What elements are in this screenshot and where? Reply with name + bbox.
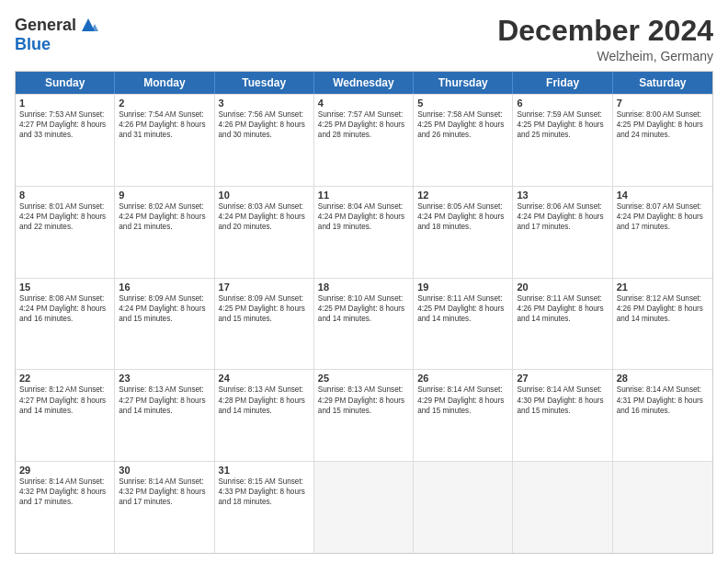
day-number: 26 bbox=[417, 373, 508, 384]
calendar-cell: 19Sunrise: 8:11 AM Sunset: 4:25 PM Dayli… bbox=[414, 279, 513, 370]
day-number: 23 bbox=[119, 373, 210, 384]
day-number: 2 bbox=[119, 98, 210, 109]
day-number: 14 bbox=[617, 190, 709, 201]
cell-info: Sunrise: 8:11 AM Sunset: 4:26 PM Dayligh… bbox=[517, 293, 608, 324]
day-number: 10 bbox=[219, 190, 310, 201]
logo-blue: Blue bbox=[15, 35, 51, 54]
cell-info: Sunrise: 8:14 AM Sunset: 4:32 PM Dayligh… bbox=[19, 477, 110, 507]
header: General Blue December 2024 Welzheim, Ger… bbox=[15, 15, 713, 63]
day-number: 22 bbox=[19, 373, 110, 384]
day-number: 15 bbox=[19, 282, 110, 293]
day-number: 3 bbox=[219, 98, 310, 109]
cell-info: Sunrise: 7:54 AM Sunset: 4:26 PM Dayligh… bbox=[119, 109, 210, 140]
calendar-cell bbox=[414, 462, 513, 553]
day-number: 8 bbox=[19, 190, 110, 201]
cell-info: Sunrise: 8:13 AM Sunset: 4:27 PM Dayligh… bbox=[119, 385, 210, 415]
calendar-cell: 30Sunrise: 8:14 AM Sunset: 4:32 PM Dayli… bbox=[115, 462, 214, 553]
logo-general: General bbox=[15, 16, 76, 35]
page: General Blue December 2024 Welzheim, Ger… bbox=[0, 0, 728, 563]
day-number: 28 bbox=[617, 373, 709, 384]
cell-info: Sunrise: 8:13 AM Sunset: 4:29 PM Dayligh… bbox=[318, 385, 409, 415]
cell-info: Sunrise: 7:59 AM Sunset: 4:25 PM Dayligh… bbox=[517, 109, 608, 140]
calendar-cell: 28Sunrise: 8:14 AM Sunset: 4:31 PM Dayli… bbox=[613, 370, 712, 461]
month-title: December 2024 bbox=[497, 15, 713, 47]
calendar: Sunday Monday Tuesday Wednesday Thursday… bbox=[15, 71, 713, 554]
day-number: 7 bbox=[617, 98, 709, 109]
calendar-cell: 15Sunrise: 8:08 AM Sunset: 4:24 PM Dayli… bbox=[16, 279, 115, 370]
cell-info: Sunrise: 8:03 AM Sunset: 4:24 PM Dayligh… bbox=[219, 201, 310, 232]
logo-icon bbox=[78, 15, 98, 35]
cell-info: Sunrise: 8:11 AM Sunset: 4:25 PM Dayligh… bbox=[417, 293, 508, 324]
day-number: 24 bbox=[219, 373, 310, 384]
calendar-row: 22Sunrise: 8:12 AM Sunset: 4:27 PM Dayli… bbox=[16, 369, 712, 461]
title-section: December 2024 Welzheim, Germany bbox=[497, 15, 713, 63]
calendar-cell: 2Sunrise: 7:54 AM Sunset: 4:26 PM Daylig… bbox=[115, 95, 214, 186]
calendar-cell: 5Sunrise: 7:58 AM Sunset: 4:25 PM Daylig… bbox=[414, 95, 513, 186]
calendar-cell: 14Sunrise: 8:07 AM Sunset: 4:24 PM Dayli… bbox=[613, 187, 712, 278]
cell-info: Sunrise: 8:08 AM Sunset: 4:24 PM Dayligh… bbox=[19, 293, 110, 324]
cell-info: Sunrise: 8:09 AM Sunset: 4:24 PM Dayligh… bbox=[119, 293, 210, 324]
calendar-cell: 1Sunrise: 7:53 AM Sunset: 4:27 PM Daylig… bbox=[16, 95, 115, 186]
calendar-row: 15Sunrise: 8:08 AM Sunset: 4:24 PM Dayli… bbox=[16, 278, 712, 370]
calendar-cell: 24Sunrise: 8:13 AM Sunset: 4:28 PM Dayli… bbox=[215, 370, 314, 461]
calendar-row: 29Sunrise: 8:14 AM Sunset: 4:32 PM Dayli… bbox=[16, 461, 712, 553]
calendar-cell: 16Sunrise: 8:09 AM Sunset: 4:24 PM Dayli… bbox=[115, 279, 214, 370]
day-number: 29 bbox=[19, 465, 110, 476]
calendar-cell: 17Sunrise: 8:09 AM Sunset: 4:25 PM Dayli… bbox=[215, 279, 314, 370]
cell-info: Sunrise: 8:10 AM Sunset: 4:25 PM Dayligh… bbox=[318, 293, 409, 324]
day-number: 25 bbox=[318, 373, 409, 384]
day-number: 17 bbox=[219, 282, 310, 293]
header-wednesday: Wednesday bbox=[314, 72, 414, 94]
cell-info: Sunrise: 7:56 AM Sunset: 4:26 PM Dayligh… bbox=[219, 109, 310, 140]
day-number: 9 bbox=[119, 190, 210, 201]
calendar-cell: 4Sunrise: 7:57 AM Sunset: 4:25 PM Daylig… bbox=[314, 95, 414, 186]
day-number: 13 bbox=[517, 190, 608, 201]
calendar-cell: 12Sunrise: 8:05 AM Sunset: 4:24 PM Dayli… bbox=[414, 187, 513, 278]
calendar-cell bbox=[613, 462, 712, 553]
logo: General Blue bbox=[15, 15, 98, 54]
cell-info: Sunrise: 8:12 AM Sunset: 4:26 PM Dayligh… bbox=[617, 293, 709, 324]
calendar-cell: 6Sunrise: 7:59 AM Sunset: 4:25 PM Daylig… bbox=[513, 95, 612, 186]
day-number: 27 bbox=[517, 373, 608, 384]
calendar-body: 1Sunrise: 7:53 AM Sunset: 4:27 PM Daylig… bbox=[16, 94, 712, 553]
cell-info: Sunrise: 8:06 AM Sunset: 4:24 PM Dayligh… bbox=[517, 201, 608, 232]
calendar-cell: 9Sunrise: 8:02 AM Sunset: 4:24 PM Daylig… bbox=[115, 187, 214, 278]
calendar-cell: 3Sunrise: 7:56 AM Sunset: 4:26 PM Daylig… bbox=[215, 95, 314, 186]
calendar-row: 8Sunrise: 8:01 AM Sunset: 4:24 PM Daylig… bbox=[16, 186, 712, 278]
calendar-cell: 7Sunrise: 8:00 AM Sunset: 4:25 PM Daylig… bbox=[613, 95, 712, 186]
calendar-header: Sunday Monday Tuesday Wednesday Thursday… bbox=[16, 72, 712, 94]
calendar-cell: 27Sunrise: 8:14 AM Sunset: 4:30 PM Dayli… bbox=[513, 370, 612, 461]
day-number: 4 bbox=[318, 98, 409, 109]
day-number: 6 bbox=[517, 98, 608, 109]
cell-info: Sunrise: 8:00 AM Sunset: 4:25 PM Dayligh… bbox=[617, 109, 709, 140]
calendar-cell: 13Sunrise: 8:06 AM Sunset: 4:24 PM Dayli… bbox=[513, 187, 612, 278]
day-number: 1 bbox=[19, 98, 110, 109]
day-number: 18 bbox=[318, 282, 409, 293]
day-number: 20 bbox=[517, 282, 608, 293]
calendar-cell: 26Sunrise: 8:14 AM Sunset: 4:29 PM Dayli… bbox=[414, 370, 513, 461]
header-thursday: Thursday bbox=[414, 72, 513, 94]
header-sunday: Sunday bbox=[16, 72, 115, 94]
day-number: 5 bbox=[417, 98, 508, 109]
cell-info: Sunrise: 8:09 AM Sunset: 4:25 PM Dayligh… bbox=[219, 293, 310, 324]
calendar-cell: 21Sunrise: 8:12 AM Sunset: 4:26 PM Dayli… bbox=[613, 279, 712, 370]
day-number: 31 bbox=[219, 465, 310, 476]
calendar-cell: 18Sunrise: 8:10 AM Sunset: 4:25 PM Dayli… bbox=[314, 279, 414, 370]
calendar-cell: 11Sunrise: 8:04 AM Sunset: 4:24 PM Dayli… bbox=[314, 187, 414, 278]
header-saturday: Saturday bbox=[613, 72, 712, 94]
calendar-cell: 8Sunrise: 8:01 AM Sunset: 4:24 PM Daylig… bbox=[16, 187, 115, 278]
day-number: 21 bbox=[617, 282, 709, 293]
calendar-cell: 23Sunrise: 8:13 AM Sunset: 4:27 PM Dayli… bbox=[115, 370, 214, 461]
cell-info: Sunrise: 8:14 AM Sunset: 4:31 PM Dayligh… bbox=[617, 385, 709, 415]
calendar-cell: 20Sunrise: 8:11 AM Sunset: 4:26 PM Dayli… bbox=[513, 279, 612, 370]
cell-info: Sunrise: 8:07 AM Sunset: 4:24 PM Dayligh… bbox=[617, 201, 709, 232]
calendar-cell bbox=[314, 462, 414, 553]
header-friday: Friday bbox=[513, 72, 612, 94]
cell-info: Sunrise: 8:14 AM Sunset: 4:32 PM Dayligh… bbox=[119, 477, 210, 507]
cell-info: Sunrise: 8:14 AM Sunset: 4:29 PM Dayligh… bbox=[417, 385, 508, 415]
cell-info: Sunrise: 8:05 AM Sunset: 4:24 PM Dayligh… bbox=[417, 201, 508, 232]
cell-info: Sunrise: 8:13 AM Sunset: 4:28 PM Dayligh… bbox=[219, 385, 310, 415]
day-number: 16 bbox=[119, 282, 210, 293]
cell-info: Sunrise: 8:02 AM Sunset: 4:24 PM Dayligh… bbox=[119, 201, 210, 232]
header-monday: Monday bbox=[115, 72, 214, 94]
